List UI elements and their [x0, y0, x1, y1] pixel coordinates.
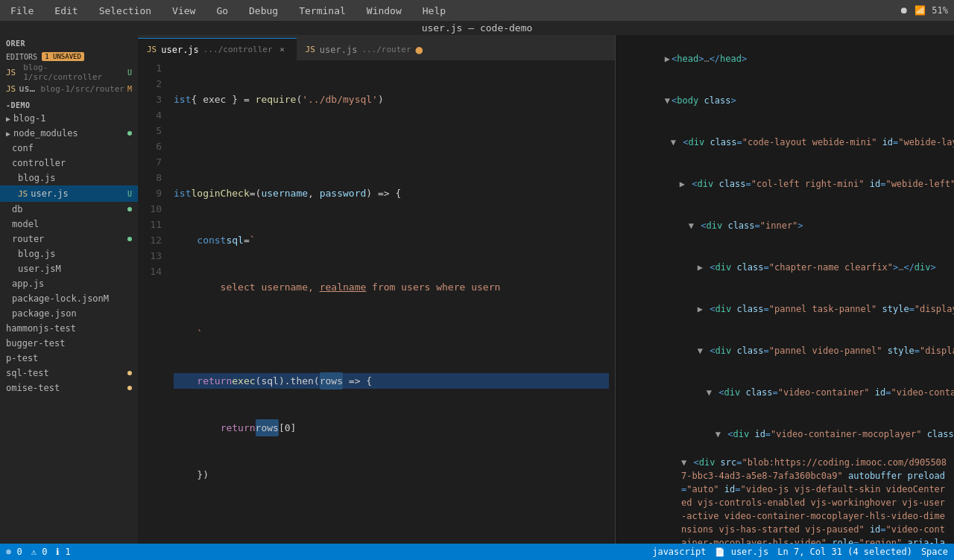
code-line-2 [174, 139, 609, 154]
info-indicator: ℹ 1 [56, 547, 70, 557]
main-area: ORER EDITORS 1 UNSAVED JS user.js blog-1… [0, 35, 954, 544]
unsaved-badge: 1 UNSAVED [42, 52, 84, 61]
tree-task-pannel[interactable]: ▶ <div class="pannel task-pannel" style=… [616, 288, 954, 330]
folder-label-db: db [12, 204, 22, 214]
sidebar-item-bugger[interactable]: bugger-test [0, 336, 138, 351]
dot-omise [127, 386, 132, 390]
tree-head[interactable]: ▶<head>…</head> [616, 38, 954, 80]
sidebar-item-router[interactable]: router [0, 232, 138, 246]
menu-help[interactable]: Help [418, 4, 450, 18]
editors-header: EDITORS 1 UNSAVED [0, 49, 138, 64]
menu-go[interactable]: Go [212, 4, 233, 18]
tab-icon-2: JS [306, 45, 315, 54]
editor-file-router[interactable]: JS user.js blog-1/src/router M [0, 80, 138, 97]
tab-path-1: .../controller [203, 45, 273, 54]
folder-label-p-test: p-test [6, 353, 38, 363]
tree-mocoplayer[interactable]: ▼ <div id="video-container-mocoplayer" c… [616, 413, 954, 455]
code-container[interactable]: 1 2 3 4 5 6 7 8 9 10 11 12 13 14 ist { e… [138, 60, 615, 544]
tree-video-pannel[interactable]: ▼ <div class="pannel video-pannel" style… [616, 330, 954, 372]
sidebar-item-blog1[interactable]: ▶ blog-1 [0, 111, 138, 126]
menu-edit[interactable]: Edit [50, 4, 82, 18]
sidebar-item-blog-js[interactable]: blog.js [0, 171, 138, 185]
status-modified-1: M [127, 85, 132, 93]
file-label-blog-js: blog.js [18, 173, 56, 183]
folder-label-conf: conf [12, 143, 34, 153]
error-indicator: ⊗ 0 [6, 547, 22, 557]
wifi-icon: 📶 [914, 5, 926, 16]
file-label-router-user: user.js [18, 264, 56, 274]
tab-close-1[interactable]: × [277, 45, 288, 55]
code-line-7: return exec(sql).then(rows => { [174, 373, 609, 389]
devtools-panel: ▶<head>…</head> ▼<body class> ▼ <div cla… [615, 35, 954, 544]
sidebar-item-p-test[interactable]: p-test [0, 351, 138, 366]
menu-window[interactable]: Window [362, 4, 406, 18]
code-editor[interactable]: ist { exec } = require('../db/mysql') is… [168, 60, 615, 544]
chevron-icon-2: ▶ [6, 130, 10, 138]
expand-body[interactable]: ▼ [665, 95, 670, 106]
expand-head[interactable]: ▶ [665, 54, 670, 64]
sidebar-item-controller[interactable]: controller [0, 156, 138, 171]
dot-router [127, 237, 132, 241]
dot-db [127, 207, 132, 211]
menu-debug[interactable]: Debug [244, 4, 282, 18]
tab-path-2: .../router [361, 45, 411, 54]
folder-label-model: model [12, 219, 39, 229]
menu-view[interactable]: View [168, 4, 200, 18]
sidebar-item-app[interactable]: app.js [0, 276, 138, 291]
sidebar: ORER EDITORS 1 UNSAVED JS user.js blog-1… [0, 35, 138, 544]
sidebar-item-router-user[interactable]: user.js M [0, 261, 138, 276]
editor-file-controller[interactable]: JS user.js blog-1/src/controller U [0, 64, 138, 80]
tree-inner[interactable]: ▼ <div class="inner"> [616, 205, 954, 246]
sidebar-item-user-js-active[interactable]: JS user.js U [0, 185, 138, 202]
menu-bar: File Edit Selection View Go Debug Termin… [0, 0, 954, 21]
editor-filename-2: user.js [19, 83, 36, 94]
folder-label-hammonjs: hammonjs-test [6, 323, 76, 334]
sidebar-item-sql-test[interactable]: sql-test [0, 366, 138, 381]
folder-label-sql-test: sql-test [6, 368, 49, 378]
language-indicator[interactable]: javascript [652, 547, 706, 557]
folder-label-omise-test: omise-test [6, 383, 60, 393]
sidebar-item-hammonjs[interactable]: hammonjs-test [0, 321, 138, 336]
code-line-4: const sql = ` [174, 232, 609, 248]
tree-body[interactable]: ▼<body class> [616, 80, 954, 121]
active-filename: user.js [31, 188, 124, 199]
tree-video-container[interactable]: ▼ <div class="video-container" id="video… [616, 372, 954, 413]
tree-div-codelayout[interactable]: ▼ <div class="code-layout webide-mini" i… [616, 121, 954, 163]
tree-chapter-name[interactable]: ▶ <div class="chapter-name clearfix">…</… [616, 246, 954, 288]
sidebar-item-package-lock[interactable]: package-lock.json M [0, 291, 138, 306]
code-line-9: }) [174, 467, 609, 483]
tree-col-left[interactable]: ▶ <div class="col-left right-mini" id="w… [616, 163, 954, 205]
dot-sql [127, 371, 132, 375]
sidebar-item-model[interactable]: model [0, 217, 138, 232]
status-bar: ⊗ 0 ⚠ 0 ℹ 1 javascript 📄 user.js Ln 7, C… [0, 544, 954, 560]
sidebar-item-package[interactable]: package.json [0, 306, 138, 321]
sidebar-item-router-blog[interactable]: blog.js [0, 246, 138, 261]
window-title: user.js — code-demo [422, 22, 533, 34]
file-label-pkg-lock: package-lock.json [12, 293, 104, 304]
js-icon: JS [6, 68, 16, 77]
folder-label-2: node_modules [13, 128, 78, 139]
tab-user-router[interactable]: JS user.js .../router ● [297, 38, 432, 60]
tree-div-src[interactable]: ▼ <div src="blob:https://coding.imooc.co… [616, 455, 954, 544]
sidebar-item-node-modules[interactable]: ▶ node_modules [0, 126, 138, 141]
tab-dirty-indicator: ● [416, 44, 423, 56]
dot-indicator-1 [127, 131, 132, 136]
position-indicator: Ln 7, Col 31 (4 selected) [777, 547, 912, 557]
sidebar-item-conf[interactable]: conf [0, 141, 138, 156]
tab-name-2: user.js [320, 45, 358, 55]
status-u: U [127, 190, 132, 198]
menu-terminal[interactable]: Terminal [294, 4, 350, 18]
menu-selection[interactable]: Selection [95, 4, 156, 18]
editor-area: JS user.js .../controller × JS user.js .… [138, 35, 615, 544]
sidebar-item-db[interactable]: db [0, 202, 138, 217]
devtools-content[interactable]: ▶<head>…</head> ▼<body class> ▼ <div cla… [616, 35, 954, 544]
filename-indicator: 📄 user.js [715, 547, 768, 557]
code-line-10 [174, 514, 609, 529]
sidebar-item-omise-test[interactable]: omise-test [0, 381, 138, 395]
tab-user-controller[interactable]: JS user.js .../controller × [138, 38, 297, 60]
js-icon-2: JS [6, 84, 16, 94]
tab-icon-1: JS [147, 45, 157, 54]
menu-file[interactable]: File [6, 4, 38, 18]
js-icon-3: JS [18, 189, 28, 199]
sidebar-explorer-header: ORER [0, 35, 138, 49]
